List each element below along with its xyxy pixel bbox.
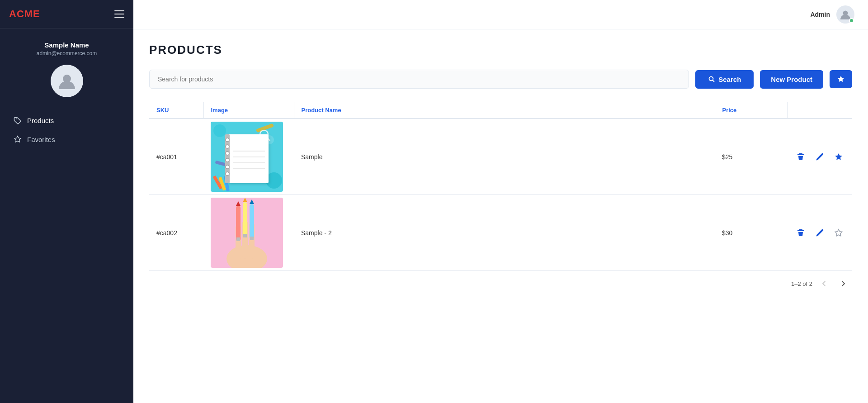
- favorite-button[interactable]: [832, 227, 845, 239]
- pagination: 1–2 of 2: [149, 271, 852, 289]
- new-product-button[interactable]: New Product: [760, 70, 823, 89]
- tag-icon: [14, 116, 22, 124]
- cell-price: $25: [715, 119, 787, 195]
- svg-rect-32: [236, 206, 241, 241]
- svg-rect-35: [243, 202, 247, 237]
- topbar-avatar: [836, 5, 854, 24]
- chevron-left-icon: [821, 280, 828, 287]
- sidebar-header: ACME: [0, 0, 133, 28]
- sidebar-profile: Sample Name admin@ecommerce.com: [0, 28, 133, 106]
- edit-button[interactable]: [813, 151, 826, 163]
- sidebar-item-favorites[interactable]: Favorites: [0, 130, 133, 149]
- sidebar-navigation: Products Favorites: [0, 106, 133, 153]
- cell-image: [203, 119, 294, 195]
- svg-rect-15: [228, 134, 269, 183]
- svg-rect-37: [243, 234, 247, 237]
- cell-actions: [787, 195, 852, 271]
- svg-point-19: [226, 152, 229, 155]
- svg-point-21: [226, 165, 229, 169]
- svg-point-20: [226, 158, 229, 162]
- svg-rect-40: [250, 237, 254, 240]
- col-header-name: Product Name: [294, 102, 715, 119]
- col-header-image: Image: [203, 102, 294, 119]
- delete-button[interactable]: [794, 227, 807, 239]
- online-indicator: [849, 18, 854, 23]
- delete-button[interactable]: [794, 151, 807, 163]
- topbar: Admin: [133, 0, 868, 29]
- cell-actions: [787, 119, 852, 195]
- edit-button[interactable]: [813, 227, 826, 239]
- page-content: PRODUCTS Search New Product: [133, 29, 868, 403]
- pagination-label: 1–2 of 2: [791, 280, 812, 287]
- logo: ACME: [9, 8, 40, 20]
- col-header-sku: SKU: [149, 102, 203, 119]
- toolbar: Search New Product: [149, 70, 852, 89]
- svg-rect-38: [250, 204, 254, 239]
- col-header-price: Price: [715, 102, 787, 119]
- table-header: SKU Image Product Name Price: [149, 102, 852, 119]
- svg-rect-34: [236, 237, 240, 241]
- page-title: PRODUCTS: [149, 43, 852, 57]
- pencil-icon: [815, 228, 824, 237]
- cell-image: [203, 195, 294, 271]
- profile-email: admin@ecommerce.com: [37, 50, 97, 57]
- pagination-prev[interactable]: [817, 278, 831, 289]
- star-icon: [14, 135, 22, 143]
- sidebar: ACME Sample Name admin@ecommerce.com Pro…: [0, 0, 133, 403]
- pencil-icon: [815, 152, 824, 161]
- cell-sku: #ca002: [149, 195, 203, 271]
- col-header-actions: [787, 102, 852, 119]
- favorites-filter-button[interactable]: [830, 70, 852, 88]
- sidebar-item-products[interactable]: Products: [0, 111, 133, 130]
- main-area: Admin PRODUCTS Search New Product: [133, 0, 868, 403]
- star-filled-icon: [837, 75, 845, 83]
- search-input[interactable]: [149, 70, 689, 89]
- svg-point-5: [213, 124, 226, 137]
- svg-point-1: [16, 119, 17, 119]
- svg-point-17: [226, 138, 229, 142]
- trash-icon: [796, 152, 805, 161]
- chevron-right-icon: [840, 280, 847, 287]
- hamburger-menu[interactable]: [114, 10, 124, 18]
- search-wrapper: [149, 70, 689, 89]
- favorite-button[interactable]: [832, 151, 845, 163]
- trash-icon: [796, 228, 805, 237]
- svg-point-22: [226, 172, 229, 175]
- avatar-icon: [57, 71, 77, 91]
- product-image: [211, 122, 283, 192]
- search-icon: [708, 76, 715, 83]
- table-row: #ca001: [149, 119, 852, 195]
- search-button[interactable]: Search: [695, 70, 754, 89]
- table-body: #ca001: [149, 119, 852, 271]
- topbar-username: Admin: [810, 11, 830, 18]
- sidebar-item-favorites-label: Favorites: [27, 136, 55, 143]
- table-row: #ca002: [149, 195, 852, 271]
- product-image: [211, 198, 283, 268]
- cell-product-name: Sample - 2: [294, 195, 715, 271]
- svg-point-18: [226, 145, 229, 148]
- products-table: SKU Image Product Name Price #ca001: [149, 102, 852, 271]
- avatar: [51, 65, 83, 97]
- cell-price: $30: [715, 195, 787, 271]
- profile-name: Sample Name: [44, 41, 89, 49]
- cell-product-name: Sample: [294, 119, 715, 195]
- pagination-next[interactable]: [836, 278, 850, 289]
- cell-sku: #ca001: [149, 119, 203, 195]
- sidebar-item-products-label: Products: [27, 117, 54, 124]
